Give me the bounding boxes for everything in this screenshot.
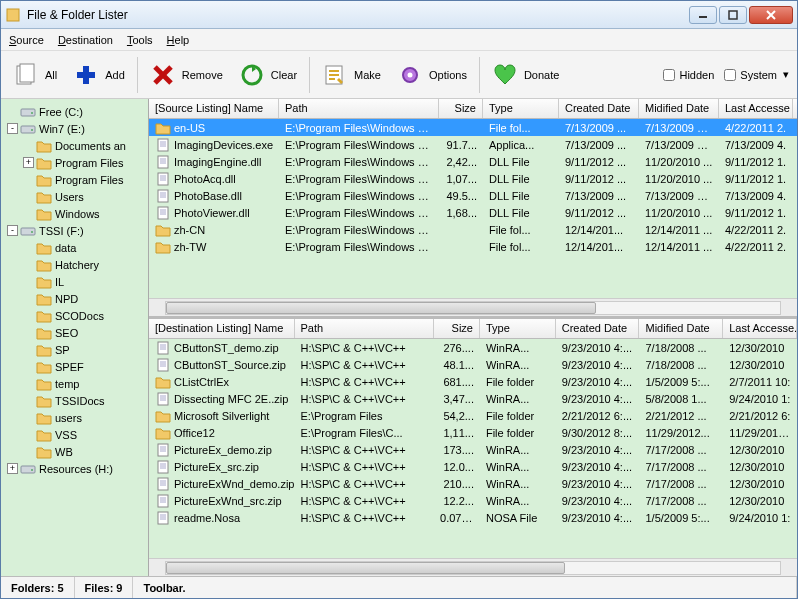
file-icon <box>155 443 171 457</box>
list-row[interactable]: CListCtrlExH:\SP\C & C++\VC++681....File… <box>149 373 797 390</box>
row-accessed: 4/22/2011 2. <box>719 122 793 134</box>
column-header[interactable]: Path <box>279 99 439 118</box>
tree-label: data <box>55 242 76 254</box>
tree-node[interactable]: Users <box>3 188 146 205</box>
column-header[interactable]: [Source Listing] Name <box>149 99 279 118</box>
tree-node[interactable]: data <box>3 239 146 256</box>
tree-node[interactable]: IL <box>3 273 146 290</box>
row-size: 1,07... <box>439 173 483 185</box>
tree-node[interactable]: -TSSI (F:) <box>3 222 146 239</box>
column-header[interactable]: Type <box>480 319 556 338</box>
tree-node[interactable]: users <box>3 409 146 426</box>
maximize-button[interactable] <box>719 6 747 24</box>
column-header[interactable]: Midified Date <box>639 319 723 338</box>
list-row[interactable]: ImagingEngine.dllE:\Program Files\Window… <box>149 153 797 170</box>
all-button[interactable]: All <box>7 58 63 92</box>
column-header[interactable]: Path <box>295 319 435 338</box>
menu-help[interactable]: Help <box>167 34 190 46</box>
svg-point-14 <box>407 72 412 77</box>
add-button[interactable]: Add <box>67 58 131 92</box>
list-row[interactable]: PhotoViewer.dllE:\Program Files\Windows … <box>149 204 797 221</box>
list-row[interactable]: PictureEx_demo.zipH:\SP\C & C++\VC++173.… <box>149 441 797 458</box>
dest-rows[interactable]: CButtonST_demo.zipH:\SP\C & C++\VC++276.… <box>149 339 797 558</box>
list-row[interactable]: readme.NosaH:\SP\C & C++\VC++0.07 KBNOSA… <box>149 509 797 526</box>
tree-node[interactable]: +Program Files <box>3 154 146 171</box>
tree-node[interactable]: WB <box>3 443 146 460</box>
menu-tools[interactable]: Tools <box>127 34 153 46</box>
file-icon <box>155 155 171 169</box>
minimize-button[interactable] <box>689 6 717 24</box>
list-row[interactable]: PictureExWnd_src.zipH:\SP\C & C++\VC++12… <box>149 492 797 509</box>
system-checkbox[interactable]: System <box>724 69 777 81</box>
list-row[interactable]: Microsoft SilverlightE:\Program Files54,… <box>149 407 797 424</box>
list-row[interactable]: PictureExWnd_demo.zipH:\SP\C & C++\VC++2… <box>149 475 797 492</box>
list-row[interactable]: PictureEx_src.zipH:\SP\C & C++\VC++12.0.… <box>149 458 797 475</box>
svg-rect-34 <box>158 495 168 507</box>
tree-node[interactable]: temp <box>3 375 146 392</box>
folder-tree[interactable]: Free (C:)-Win7 (E:)Documents an+Program … <box>1 99 149 576</box>
tree-toggle-icon[interactable]: + <box>7 463 18 474</box>
menu-destination[interactable]: Destination <box>58 34 113 46</box>
dest-headers[interactable]: [Destination Listing] NamePathSizeTypeCr… <box>149 319 797 339</box>
list-row[interactable]: zh-CNE:\Program Files\Windows Pho...File… <box>149 221 797 238</box>
tree-node[interactable]: SP <box>3 341 146 358</box>
source-headers[interactable]: [Source Listing] NamePathSizeTypeCreated… <box>149 99 797 119</box>
tree-node[interactable]: +Resources (H:) <box>3 460 146 477</box>
column-header[interactable]: Type <box>483 99 559 118</box>
source-hscroll[interactable] <box>149 298 797 316</box>
list-row[interactable]: en-USE:\Program Files\Windows Pho...File… <box>149 119 797 136</box>
hidden-checkbox[interactable]: Hidden <box>663 69 714 81</box>
list-row[interactable]: Office12E:\Program Files\C...1,11...File… <box>149 424 797 441</box>
make-button[interactable]: Make <box>316 58 387 92</box>
row-accessed: 12/30/2010 <box>723 495 797 507</box>
list-row[interactable]: CButtonST_demo.zipH:\SP\C & C++\VC++276.… <box>149 339 797 356</box>
row-accessed: 9/24/2010 1: <box>723 393 797 405</box>
tree-node[interactable]: -Win7 (E:) <box>3 120 146 137</box>
remove-button[interactable]: Remove <box>144 58 229 92</box>
tree-node[interactable]: TSSIDocs <box>3 392 146 409</box>
tree-node[interactable]: SEO <box>3 324 146 341</box>
folder-icon <box>36 207 52 221</box>
list-row[interactable]: zh-TWE:\Program Files\Windows Pho...File… <box>149 238 797 255</box>
tree-node[interactable]: Free (C:) <box>3 103 146 120</box>
tree-node[interactable]: Program Files <box>3 171 146 188</box>
column-header[interactable]: Created Date <box>559 99 639 118</box>
column-header[interactable]: Created Date <box>556 319 640 338</box>
tree-node[interactable]: SCODocs <box>3 307 146 324</box>
tree-node[interactable]: SPEF <box>3 358 146 375</box>
column-header[interactable]: Last Accesse <box>719 99 793 118</box>
tree-node[interactable]: Documents an <box>3 137 146 154</box>
tree-node[interactable]: Windows <box>3 205 146 222</box>
overflow-button[interactable]: ▾ <box>781 66 791 83</box>
tree-label: Win7 (E:) <box>39 123 85 135</box>
source-rows[interactable]: en-USE:\Program Files\Windows Pho...File… <box>149 119 797 298</box>
column-header[interactable]: [Destination Listing] Name <box>149 319 295 338</box>
list-row[interactable]: ImagingDevices.exeE:\Program Files\Windo… <box>149 136 797 153</box>
tree-toggle-icon[interactable]: + <box>23 157 34 168</box>
tree-node[interactable]: VSS <box>3 426 146 443</box>
menu-source[interactable]: Source <box>9 34 44 46</box>
column-header[interactable]: Size <box>434 319 480 338</box>
list-row[interactable]: PhotoAcq.dllE:\Program Files\Windows Pho… <box>149 170 797 187</box>
tree-toggle-icon[interactable]: - <box>7 123 18 134</box>
clear-button[interactable]: Clear <box>233 58 303 92</box>
row-path: H:\SP\C & C++\VC++ <box>295 444 435 456</box>
column-header[interactable]: Midified Date <box>639 99 719 118</box>
dest-hscroll[interactable] <box>149 558 797 576</box>
tree-label: NPD <box>55 293 78 305</box>
row-size: 12.0... <box>434 461 480 473</box>
column-header[interactable]: Last Accesse. <box>723 319 797 338</box>
list-row[interactable]: Dissecting MFC 2E..zipH:\SP\C & C++\VC++… <box>149 390 797 407</box>
list-row[interactable]: PhotoBase.dllE:\Program Files\Windows Ph… <box>149 187 797 204</box>
tree-node[interactable]: NPD <box>3 290 146 307</box>
row-created: 9/23/2010 4:... <box>556 495 640 507</box>
options-button[interactable]: Options <box>391 58 473 92</box>
column-header[interactable]: Size <box>439 99 483 118</box>
row-type: File fol... <box>483 241 559 253</box>
tree-toggle-icon[interactable]: - <box>7 225 18 236</box>
tree-node[interactable]: Hatchery <box>3 256 146 273</box>
row-name: Office12 <box>174 427 215 439</box>
list-row[interactable]: CButtonST_Source.zipH:\SP\C & C++\VC++48… <box>149 356 797 373</box>
close-button[interactable] <box>749 6 793 24</box>
donate-button[interactable]: Donate <box>486 58 565 92</box>
